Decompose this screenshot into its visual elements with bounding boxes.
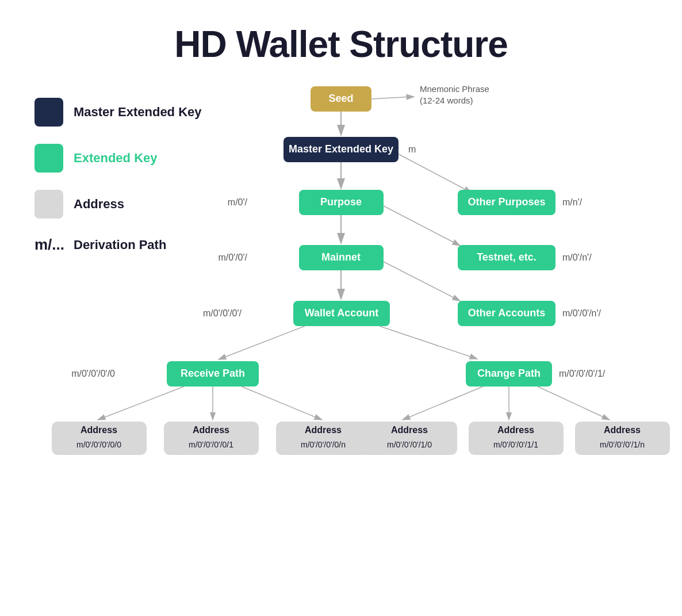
- page-title: HD Wallet Structure: [0, 0, 682, 83]
- master-path: m: [408, 144, 416, 154]
- master-to-other-purposes-arrow: [399, 154, 472, 193]
- other-purposes-path: m/n'/: [562, 197, 583, 207]
- address-chg-n-label: Address: [604, 425, 641, 435]
- testnet-label: Testnet, etc.: [477, 251, 537, 263]
- master-label: Master Extended Key: [289, 143, 393, 155]
- testnet-path: m/0'/n'/: [562, 252, 592, 262]
- address-chg-1-path: m/0'/0'/0'/1/1: [493, 440, 538, 449]
- mainnet-label: Mainnet: [321, 251, 361, 263]
- address-recv-1-label: Address: [193, 425, 229, 435]
- address-chg-1-label: Address: [497, 425, 534, 435]
- purpose-to-testnet-arrow: [384, 206, 460, 246]
- receive-to-addrn-arrow: [242, 387, 322, 420]
- mnemonic-line2: (12-24 words): [420, 95, 473, 105]
- wallet-account-label: Wallet Account: [305, 307, 379, 319]
- change-to-addrn-arrow: [538, 387, 610, 420]
- change-path-path: m/0'/0'/0'/1/: [559, 369, 606, 378]
- diagram: Seed Mnemonic Phrase (12-24 words) Maste…: [0, 75, 682, 604]
- address-recv-0-label: Address: [81, 425, 117, 435]
- mnemonic-line1: Mnemonic Phrase: [420, 84, 489, 94]
- change-to-addr0-arrow: [403, 387, 483, 420]
- address-recv-0-path: m/0'/0'/0'/0/0: [76, 440, 121, 449]
- address-chg-n-path: m/0'/0'/0'/1/n: [600, 440, 645, 449]
- address-chg-0-path: m/0'/0'/0'/1/0: [387, 440, 432, 449]
- wallet-to-receive-arrow: [219, 326, 305, 359]
- other-accounts-label: Other Accounts: [468, 307, 545, 319]
- change-path-label: Change Path: [477, 368, 541, 379]
- receive-path-path: m/0'/0'/0'/0: [71, 369, 115, 378]
- mainnet-path: m/0'/0'/: [218, 252, 247, 262]
- other-accounts-path: m/0'/0'/n'/: [562, 308, 601, 318]
- wallet-to-change-arrow: [380, 326, 477, 359]
- purpose-label: Purpose: [320, 196, 362, 208]
- seed-to-mnemonic-arrow: [371, 97, 414, 99]
- address-chg-0-label: Address: [391, 425, 428, 435]
- other-purposes-label: Other Purposes: [468, 196, 545, 208]
- mainnet-to-other-accounts-arrow: [384, 262, 460, 301]
- address-recv-n-label: Address: [305, 425, 342, 435]
- seed-label: Seed: [328, 93, 353, 104]
- purpose-path: m/0'/: [228, 197, 248, 207]
- receive-to-addr0-arrow: [98, 387, 184, 420]
- address-recv-n-path: m/0'/0'/0'/0/n: [301, 440, 346, 449]
- address-recv-1-path: m/0'/0'/0'/0/1: [189, 440, 233, 449]
- receive-path-label: Receive Path: [181, 368, 245, 379]
- wallet-account-path: m/0'/0'/0'/: [203, 308, 242, 318]
